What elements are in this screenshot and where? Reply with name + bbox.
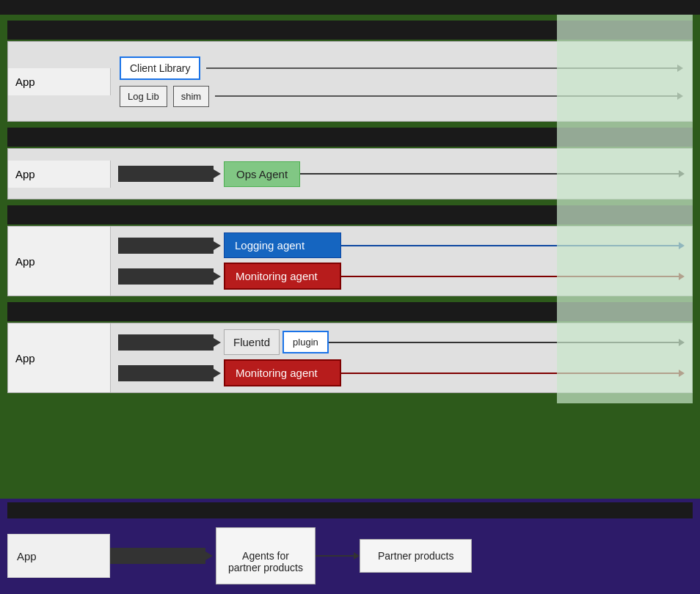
fluentd-arrow-head <box>214 338 221 347</box>
plugin-box: plugin <box>282 331 329 353</box>
client-library-box: Client Library <box>120 56 200 80</box>
monitoring-agent-box-2: Monitoring agent <box>224 359 341 386</box>
shim-box: shim <box>173 86 209 107</box>
row2-app-cell: App <box>8 161 111 188</box>
ops-dark-bar <box>118 166 214 182</box>
light-green-column <box>557 15 693 403</box>
row1-app-label: App <box>15 76 35 88</box>
monitoring-arrow-head-1 <box>214 272 221 281</box>
main-container: App Client Library <box>0 0 700 594</box>
row1-app-cell: App <box>8 68 111 95</box>
partner-content: App Agents for partner products Partner … <box>7 521 693 590</box>
fluentd-box: Fluentd <box>224 329 280 355</box>
partner-arrow-head <box>205 551 213 560</box>
row3-app-cell: App <box>8 227 111 296</box>
monitoring-dark-bar-1 <box>118 268 214 285</box>
monitoring-arrow-head-2 <box>214 369 221 378</box>
fluentd-dark-bar <box>118 334 214 351</box>
partner-products-box: Partner products <box>360 539 473 573</box>
logging-dark-bar <box>118 238 214 254</box>
row4-app-cell: App <box>8 323 111 392</box>
logging-agent-box: Logging agent <box>224 232 341 258</box>
logging-arrow-head <box>214 241 221 250</box>
partner-dark-bar <box>110 548 205 564</box>
monitoring-dark-bar-2 <box>118 365 214 381</box>
ops-agent-box: Ops Agent <box>224 161 300 187</box>
green-section: App Client Library <box>0 15 700 499</box>
log-lib-box: Log Lib <box>120 86 167 107</box>
partner-out-connector <box>316 552 360 560</box>
partner-section: App Agents for partner products Partner … <box>0 499 700 594</box>
row3-app-label: App <box>15 255 35 268</box>
ops-arrow-head <box>214 169 221 178</box>
row4-app-label: App <box>15 352 35 364</box>
agents-for-partner-box: Agents for partner products <box>216 527 316 584</box>
monitoring-agent-box-1: Monitoring agent <box>224 263 341 290</box>
partner-app-cell: App <box>7 534 110 578</box>
top-bar <box>0 0 700 15</box>
row2-app-label: App <box>15 168 35 180</box>
partner-app-label: App <box>17 550 37 562</box>
partner-header-bar <box>7 502 693 518</box>
